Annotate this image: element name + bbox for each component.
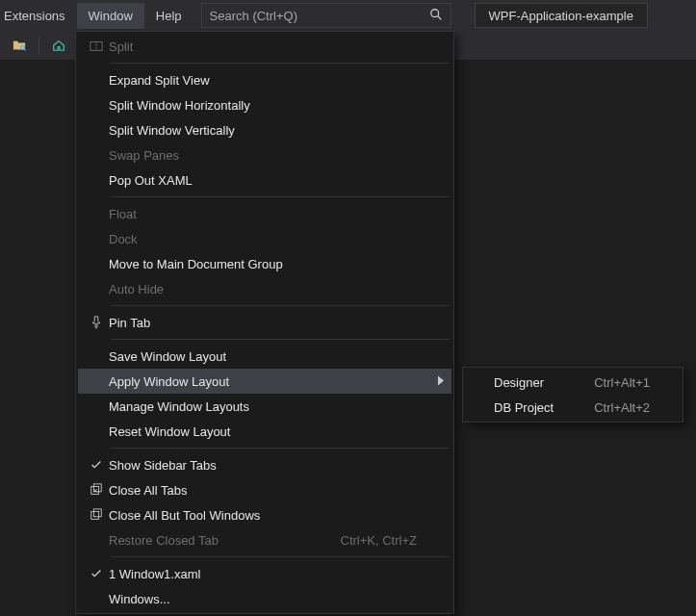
menu-pop-out-xaml[interactable]: Pop Out XAML <box>78 167 451 192</box>
menu-dock: Dock <box>78 226 451 251</box>
submenu-designer[interactable]: Designer Ctrl+Alt+1 <box>465 370 681 395</box>
close-all-tabs-icon <box>84 483 109 497</box>
search-icon <box>429 8 443 24</box>
shortcut-text: Ctrl+Alt+1 <box>594 375 659 390</box>
svg-rect-10 <box>91 512 99 520</box>
toolbar-separator <box>39 37 39 54</box>
apply-window-layout-submenu: Designer Ctrl+Alt+1 DB Project Ctrl+Alt+… <box>462 367 683 423</box>
menu-separator <box>111 556 450 557</box>
open-folder-icon[interactable] <box>10 36 29 55</box>
menu-extensions[interactable]: Extensions <box>0 3 77 29</box>
submenu-db-project[interactable]: DB Project Ctrl+Alt+2 <box>465 395 681 420</box>
menu-swap-panes: Swap Panes <box>78 142 451 167</box>
menu-separator <box>111 63 450 64</box>
checkmark-icon <box>84 567 109 580</box>
search-placeholder: Search (Ctrl+Q) <box>210 9 297 23</box>
menu-apply-window-layout[interactable]: Apply Window Layout <box>78 369 451 394</box>
submenu-arrow-icon <box>438 374 444 389</box>
menu-pin-tab[interactable]: Pin Tab <box>78 310 451 335</box>
menu-separator <box>111 448 450 449</box>
menu-expand-split-view[interactable]: Expand Split View <box>78 67 451 92</box>
pin-icon <box>84 316 109 329</box>
menu-save-window-layout[interactable]: Save Window Layout <box>78 344 451 369</box>
menu-float: Float <box>78 201 451 226</box>
menu-window[interactable]: Window <box>77 3 144 29</box>
menu-windows[interactable]: Windows... <box>78 586 451 611</box>
menu-help[interactable]: Help <box>144 3 193 29</box>
close-all-but-tool-icon <box>84 508 109 522</box>
menu-split: Split <box>78 34 451 59</box>
menubar: Extensions Window Help Search (Ctrl+Q) W… <box>0 0 696 31</box>
menu-move-to-main-doc-group[interactable]: Move to Main Document Group <box>78 251 451 276</box>
menu-reset-window-layout[interactable]: Reset Window Layout <box>78 419 451 444</box>
menu-close-all-tabs[interactable]: Close All Tabs <box>78 477 451 502</box>
svg-line-1 <box>437 15 441 19</box>
search-box[interactable]: Search (Ctrl+Q) <box>201 3 451 28</box>
menu-split-vertically[interactable]: Split Window Vertically <box>78 117 451 142</box>
svg-point-0 <box>430 9 438 16</box>
menu-restore-closed-tab: Restore Closed Tab Ctrl+K, Ctrl+Z <box>78 527 451 552</box>
menu-window-1[interactable]: 1 Window1.xaml <box>78 561 451 586</box>
checkmark-icon <box>84 458 109 472</box>
svg-rect-11 <box>93 509 101 517</box>
menu-manage-window-layouts[interactable]: Manage Window Layouts <box>78 394 451 419</box>
menu-separator <box>111 305 450 306</box>
menu-close-all-but-tool-windows[interactable]: Close All But Tool Windows <box>78 502 451 527</box>
svg-line-3 <box>24 49 26 51</box>
menu-split-horizontally[interactable]: Split Window Horizontally <box>78 92 451 117</box>
home-icon[interactable] <box>49 36 68 55</box>
menu-separator <box>111 339 450 340</box>
menu-auto-hide: Auto Hide <box>78 276 451 301</box>
shortcut-text: Ctrl+K, Ctrl+Z <box>341 533 430 548</box>
split-icon <box>84 39 109 53</box>
menu-show-sidebar-tabs[interactable]: Show Sidebar Tabs <box>78 452 451 477</box>
menu-separator <box>111 196 450 197</box>
shortcut-text: Ctrl+Alt+2 <box>594 400 659 415</box>
window-menu: Split Expand Split View Split Window Hor… <box>75 31 454 614</box>
solution-context-title[interactable]: WPF-Application-example <box>475 3 648 28</box>
